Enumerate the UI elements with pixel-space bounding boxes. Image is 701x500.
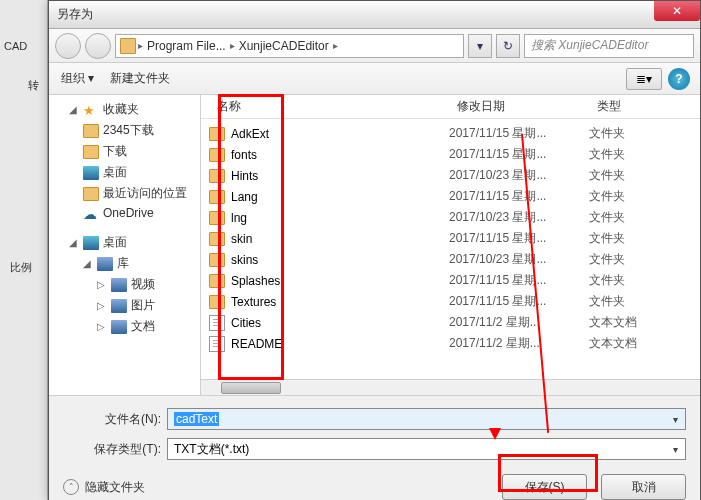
list-item[interactable]: Cities2017/11/2 星期...文本文档 — [201, 312, 700, 333]
column-name[interactable]: 名称 — [209, 95, 449, 118]
tree-item[interactable]: 桌面 — [51, 162, 198, 183]
folder-icon — [209, 169, 225, 183]
tree-libraries[interactable]: ◢库 — [51, 253, 198, 274]
filename-input[interactable]: cadText ▾ — [167, 408, 686, 430]
save-as-dialog: 另存为 ✕ ▸ Program File... ▸ XunjieCADEdito… — [48, 0, 701, 500]
folder-tree[interactable]: ◢★收藏夹 2345下载 下载 桌面 最近访问的位置 ☁OneDrive ◢桌面… — [49, 95, 201, 395]
list-header: 名称 修改日期 类型 — [201, 95, 700, 119]
folder-icon — [83, 124, 99, 138]
list-item[interactable]: fonts2017/11/15 星期...文件夹 — [201, 144, 700, 165]
tree-item[interactable]: 2345下载 — [51, 120, 198, 141]
folder-icon — [209, 190, 225, 204]
filename-label: 文件名(N): — [63, 411, 167, 428]
chevron-right-icon: ▸ — [333, 40, 338, 51]
breadcrumb[interactable]: ▸ Program File... ▸ XunjieCADEditor ▸ — [115, 34, 464, 58]
save-button[interactable]: 保存(S) — [502, 474, 587, 500]
column-date[interactable]: 修改日期 — [449, 95, 589, 118]
bottom-panel: 文件名(N): cadText ▾ 保存类型(T): TXT文档(*.txt) … — [49, 395, 700, 500]
cancel-button[interactable]: 取消 — [601, 474, 686, 500]
breadcrumb-item[interactable]: XunjieCADEditor — [237, 39, 331, 53]
view-button[interactable]: ≣ ▾ — [626, 68, 662, 90]
list-item[interactable]: skins2017/10/23 星期...文件夹 — [201, 249, 700, 270]
cloud-icon: ☁ — [83, 206, 99, 220]
folder-icon — [209, 274, 225, 288]
folder-icon — [120, 38, 136, 54]
folder-icon — [83, 145, 99, 159]
filetype-label: 保存类型(T): — [63, 441, 167, 458]
tree-item[interactable]: 最近访问的位置 — [51, 183, 198, 204]
list-item[interactable]: Splashes2017/11/15 星期...文件夹 — [201, 270, 700, 291]
chevron-down-icon[interactable]: ▾ — [667, 410, 683, 428]
forward-button[interactable] — [85, 33, 111, 59]
folder-icon — [209, 232, 225, 246]
list-item[interactable]: skin2017/11/15 星期...文件夹 — [201, 228, 700, 249]
file-icon — [209, 315, 225, 331]
desktop-icon — [83, 236, 99, 250]
tree-favorites[interactable]: ◢★收藏夹 — [51, 99, 198, 120]
library-icon — [97, 257, 113, 271]
file-icon — [209, 336, 225, 352]
folder-icon — [209, 211, 225, 225]
hide-folders-toggle[interactable]: ˄ 隐藏文件夹 — [63, 479, 145, 496]
organize-menu[interactable]: 组织 ▾ — [61, 70, 94, 87]
close-button[interactable]: ✕ — [654, 1, 700, 21]
file-list: 名称 修改日期 类型 AdkExt2017/11/15 星期...文件夹font… — [201, 95, 700, 395]
breadcrumb-item[interactable]: Program File... — [145, 39, 228, 53]
help-button[interactable]: ? — [668, 68, 690, 90]
tree-desktop[interactable]: ◢桌面 — [51, 232, 198, 253]
new-folder-button[interactable]: 新建文件夹 — [110, 70, 170, 87]
dropdown-button[interactable]: ▾ — [468, 34, 492, 58]
video-icon — [111, 278, 127, 292]
folder-icon — [209, 295, 225, 309]
chevron-up-icon: ˄ — [63, 479, 79, 495]
recent-icon — [83, 187, 99, 201]
image-icon — [111, 299, 127, 313]
horizontal-scrollbar[interactable] — [201, 379, 700, 395]
bg-ratio-label: 比例 — [10, 260, 32, 275]
list-item[interactable]: lng2017/10/23 星期...文件夹 — [201, 207, 700, 228]
tree-item[interactable]: ▷图片 — [51, 295, 198, 316]
folder-icon — [209, 148, 225, 162]
desktop-icon — [83, 166, 99, 180]
folder-icon — [209, 127, 225, 141]
column-type[interactable]: 类型 — [589, 95, 700, 118]
list-item[interactable]: AdkExt2017/11/15 星期...文件夹 — [201, 123, 700, 144]
chevron-down-icon[interactable]: ▾ — [667, 440, 683, 458]
bg-trans-label: 转 — [28, 78, 39, 93]
navbar: ▸ Program File... ▸ XunjieCADEditor ▸ ▾ … — [49, 29, 700, 63]
folder-icon — [209, 253, 225, 267]
back-button[interactable] — [55, 33, 81, 59]
list-item[interactable]: Hints2017/10/23 星期...文件夹 — [201, 165, 700, 186]
chevron-right-icon: ▸ — [230, 40, 235, 51]
search-input[interactable]: 搜索 XunjieCADEditor — [524, 34, 694, 58]
bg-cad-label: CAD — [4, 40, 27, 52]
refresh-button[interactable]: ↻ — [496, 34, 520, 58]
list-item[interactable]: README2017/11/2 星期...文本文档 — [201, 333, 700, 354]
tree-item[interactable]: ☁OneDrive — [51, 204, 198, 222]
document-icon — [111, 320, 127, 334]
chevron-right-icon: ▸ — [138, 40, 143, 51]
toolbar: 组织 ▾ 新建文件夹 ≣ ▾ ? — [49, 63, 700, 95]
filetype-select[interactable]: TXT文档(*.txt) ▾ — [167, 438, 686, 460]
titlebar: 另存为 ✕ — [49, 1, 700, 29]
dialog-title: 另存为 — [57, 6, 93, 23]
list-item[interactable]: Lang2017/11/15 星期...文件夹 — [201, 186, 700, 207]
list-item[interactable]: Textures2017/11/15 星期...文件夹 — [201, 291, 700, 312]
star-icon: ★ — [83, 103, 99, 117]
tree-item[interactable]: ▷视频 — [51, 274, 198, 295]
tree-item[interactable]: ▷文档 — [51, 316, 198, 337]
tree-item[interactable]: 下载 — [51, 141, 198, 162]
